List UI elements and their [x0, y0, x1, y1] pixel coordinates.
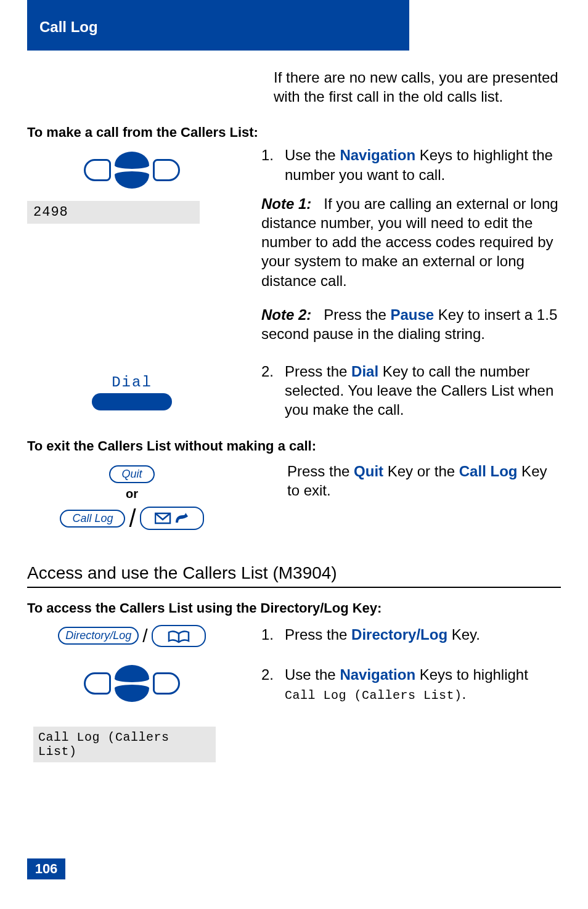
nav-up-icon — [115, 152, 149, 169]
dial-bar-icon — [92, 393, 172, 410]
note-1: Note 1: If you are calling an external o… — [261, 194, 561, 290]
dial-key-graphic: Dial — [27, 374, 237, 410]
intro-paragraph: If there are no new calls, you are prese… — [274, 68, 561, 106]
heading-make-call: To make a call from the Callers List: — [27, 124, 561, 141]
step-text-post: Keys to highlight — [415, 666, 528, 683]
step-number: 2. — [261, 665, 277, 704]
exit-instruction: Press the Quit Key or the Call Log Key t… — [287, 462, 561, 500]
nav-right-icon — [153, 672, 180, 695]
section-title: Access and use the Callers List (M3904) — [27, 563, 561, 588]
navigation-key-graphic — [27, 665, 237, 702]
step-1: 1. Use the Navigation Keys to highlight … — [261, 145, 561, 184]
content-area: If there are no new calls, you are prese… — [27, 68, 561, 841]
step-key: Directory/Log — [351, 626, 447, 643]
slash-icon: / — [129, 505, 136, 532]
nav-left-icon — [84, 159, 111, 181]
step-lcd-text: Call Log (Callers List) — [285, 688, 462, 703]
note2-key: Pause — [390, 306, 434, 323]
access-step-2: 2. Use the Navigation Keys to highlight … — [261, 665, 561, 704]
step-key: Navigation — [340, 147, 415, 163]
access-step-1: 1. Press the Directory/Log Key. — [261, 625, 561, 644]
page-number: 106 — [27, 858, 65, 879]
step-text-pre: Use the — [285, 147, 340, 163]
note-2: Note 2: Press the Pause Key to insert a … — [261, 305, 561, 343]
exit-key2: Call Log — [459, 463, 518, 479]
step-text-pre: Press the — [285, 626, 351, 643]
nav-down-icon — [115, 171, 149, 189]
note2-pre: Press the — [324, 306, 390, 323]
step-text-pre: Press the — [285, 363, 351, 380]
heading-access: To access the Callers List using the Dir… — [27, 600, 561, 616]
nav-down-icon — [115, 685, 149, 702]
note1-label: Note 1: — [261, 195, 311, 212]
nav-left-icon — [84, 672, 111, 695]
calllog-softkey: Call Log — [60, 510, 125, 528]
slash-icon: / — [142, 626, 147, 646]
exit-pre: Press the — [287, 463, 354, 479]
dial-label: Dial — [27, 374, 237, 391]
nav-up-icon — [115, 665, 149, 682]
step-period: . — [462, 685, 467, 702]
step-number: 2. — [261, 362, 277, 420]
step-key: Navigation — [340, 666, 415, 683]
exit-key1: Quit — [354, 463, 383, 479]
page-header-tab: Call Log — [27, 0, 409, 51]
step-text-post: Key. — [447, 626, 480, 643]
dirlog-icon-key — [152, 625, 206, 647]
step-number: 1. — [261, 625, 277, 644]
navigation-key-graphic — [27, 152, 237, 189]
step-text-pre: Use the — [285, 666, 340, 683]
lcd-calllog-display: Call Log (Callers List) — [33, 727, 216, 762]
step-number: 1. — [261, 145, 277, 184]
calllog-icon-key — [140, 507, 204, 530]
lcd-number-display: 2498 — [27, 201, 200, 224]
or-label: or — [27, 487, 237, 501]
exit-mid: Key or the — [383, 463, 459, 479]
page-header-title: Call Log — [39, 18, 98, 36]
dirlog-softkey: Directory/Log — [58, 627, 139, 645]
heading-exit: To exit the Callers List without making … — [27, 438, 561, 454]
note2-label: Note 2: — [261, 306, 311, 323]
nav-right-icon — [153, 159, 180, 181]
step-key: Dial — [351, 363, 378, 380]
page-number-text: 106 — [35, 861, 58, 877]
quit-softkey: Quit — [109, 465, 154, 483]
step-2: 2. Press the Dial Key to call the number… — [261, 362, 561, 420]
